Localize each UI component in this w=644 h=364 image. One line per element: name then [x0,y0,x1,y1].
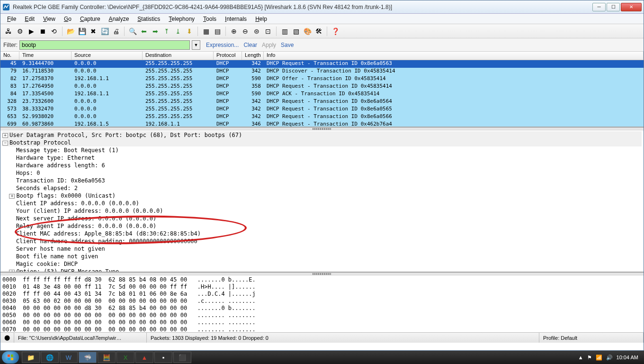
menu-go[interactable]: Go [60,15,75,23]
filter-input[interactable] [19,40,190,50]
expand-icon[interactable]: + [9,194,15,199]
close-file-icon[interactable]: ✖ [88,26,98,36]
column-length[interactable]: Length [242,52,264,60]
auto-scroll-icon[interactable]: ▤ [212,26,223,36]
detail-line[interactable]: Server host name not given [2,245,642,253]
coloring-rules-icon[interactable]: 🎨 [302,26,313,36]
detail-line[interactable]: +Bootp flags: 0x0000 (Unicast) [2,192,642,200]
open-icon[interactable]: 📂 [65,26,76,36]
expand-icon[interactable]: + [9,270,15,273]
collapse-icon[interactable]: − [2,141,8,146]
zoom-out-icon[interactable]: ⊖ [240,26,250,36]
tray-up-icon[interactable]: ▲ [578,355,583,360]
preferences-icon[interactable]: 🛠 [313,26,324,36]
column-proto[interactable]: Protocol [214,52,242,60]
filter-link-clear[interactable]: Clear [243,42,257,48]
packet-row[interactable]: 57338.33324700.0.0.0255.255.255.255DHCP3… [0,106,644,113]
packet-row[interactable]: 459.314447000.0.0.0255.255.255.255DHCP34… [0,60,644,68]
menu-telephony[interactable]: Telephony [165,15,198,23]
column-time[interactable]: Time [19,52,72,60]
go-last-icon[interactable]: ⬇ [184,26,195,36]
menu-analyze[interactable]: Analyze [105,15,133,23]
go-forward-icon[interactable]: ➡ [150,26,161,36]
close-button[interactable]: ✕ [621,3,642,11]
tray-network-icon[interactable]: 📶 [596,355,602,361]
taskbar-app-wireshark[interactable]: 🦈 [79,352,97,363]
packet-details-pane[interactable]: +User Datagram Protocol, Src Port: bootp… [0,130,644,273]
taskbar-app-word[interactable]: W [60,352,78,363]
packet-bytes-pane[interactable]: 0000 ff ff ff ff ff ff d8 30 62 88 85 b4… [0,275,644,332]
menu-view[interactable]: View [39,15,59,23]
restart-capture-icon[interactable]: ⟲ [49,26,59,36]
status-indicator-icon[interactable]: ⬤ [0,333,14,343]
column-dest[interactable]: Destination [143,52,214,60]
detail-line[interactable]: Hardware type: Ethernet [2,154,642,162]
expand-icon[interactable]: + [2,133,8,138]
go-back-icon[interactable]: ⬅ [139,26,149,36]
menu-edit[interactable]: Edit [21,15,38,23]
packet-row[interactable]: 8317.27649500.0.0.0255.255.255.255DHCP35… [0,83,644,91]
filter-link-expression[interactable]: Expression... [206,42,239,48]
packet-row[interactable]: 7916.71185300.0.0.0255.255.255.255DHCP34… [0,68,644,75]
tray-clock[interactable]: 10:04 AM [617,355,638,360]
taskbar-app-pdf[interactable]: ▲ [135,352,153,363]
go-first-icon[interactable]: ⤓ [173,26,183,36]
tray-flag-icon[interactable]: ⚑ [587,355,592,361]
detail-line[interactable]: +User Datagram Protocol, Src Port: bootp… [2,131,642,139]
detail-line[interactable]: Relay agent IP address: 0.0.0.0 (0.0.0.0… [2,222,642,230]
detail-line[interactable]: Seconds elapsed: 2 [2,184,642,192]
detail-line[interactable]: +Option: (53) DHCP Message Type [2,268,642,273]
taskbar-app-chrome[interactable]: 🌐 [41,352,59,363]
maximize-button[interactable]: ☐ [607,3,620,11]
packet-row[interactable]: 8217.2758370192.168.1.1255.255.255.255DH… [0,75,644,83]
taskbar-app-calc[interactable]: 🧮 [98,352,116,363]
menu-file[interactable]: File [3,15,20,23]
detail-line[interactable]: Client hardware address padding: 0000000… [2,237,642,245]
detail-line[interactable]: −Bootstrap Protocol [2,139,642,146]
packet-list-pane[interactable]: No. Time Source Destination Protocol Len… [0,52,644,127]
packet-row[interactable]: 32823.73326000.0.0.0255.255.255.255DHCP3… [0,98,644,106]
menu-statistics[interactable]: Statistics [134,15,164,23]
taskbar-app-explorer[interactable]: 📁 [22,352,40,363]
system-tray[interactable]: ▲ ⚑ 📶 🔊 10:04 AM [578,355,642,361]
print-icon[interactable]: 🖨 [111,26,121,36]
detail-line[interactable]: Your (client) IP address: 0.0.0.0 (0.0.0… [2,207,642,215]
packet-row[interactable]: 8417.3354500192.168.1.1255.255.255.255DH… [0,91,644,98]
menu-tools[interactable]: Tools [199,15,220,23]
packet-row[interactable]: 65352.99380200.0.0.0255.255.255.255DHCP3… [0,113,644,121]
column-no[interactable]: No. [0,52,19,60]
detail-line[interactable]: Message type: Boot Request (1) [2,146,642,154]
options-icon[interactable]: ⚙ [15,26,25,36]
zoom-in-icon[interactable]: ⊕ [229,26,239,36]
resize-columns-icon[interactable]: ⊡ [263,26,273,36]
detail-line[interactable]: Magic cookie: DHCP [2,260,642,268]
column-info[interactable]: Info [264,52,644,60]
colorize-icon[interactable]: ▦ [201,26,211,36]
start-capture-icon[interactable]: ▶ [26,26,36,36]
menu-internals[interactable]: Internals [221,15,250,23]
menu-help[interactable]: Help [251,15,271,23]
filter-link-save[interactable]: Save [281,42,294,48]
minimize-button[interactable]: ─ [592,3,606,11]
taskbar-app-cmd[interactable]: ⬛ [173,352,191,363]
find-icon[interactable]: 🔍 [127,26,138,36]
detail-line[interactable]: Hardware address length: 6 [2,162,642,169]
column-source[interactable]: Source [72,52,143,60]
interfaces-icon[interactable]: 🖧 [3,26,14,36]
detail-line[interactable]: Next server IP address: 0.0.0.0 (0.0.0.0… [2,215,642,222]
detail-line[interactable]: Hops: 0 [2,169,642,177]
stop-capture-icon[interactable]: ⏹ [37,26,48,36]
filter-link-apply[interactable]: Apply [262,42,276,48]
go-to-packet-icon[interactable]: ⤒ [161,26,172,36]
detail-line[interactable]: Boot file name not given [2,253,642,260]
save-icon[interactable]: 💾 [77,26,87,36]
capture-filters-icon[interactable]: ▥ [279,26,290,36]
menu-capture[interactable]: Capture [76,15,104,23]
start-button[interactable] [2,351,19,364]
taskbar[interactable]: 📁 🌐 W 🦈 🧮 X ▲ ▪ ⬛ ▲ ⚑ 📶 🔊 10:04 AM [0,351,644,364]
help-icon[interactable]: ❓ [330,26,340,36]
zoom-reset-icon[interactable]: ⊜ [251,26,262,36]
packet-row[interactable]: 69960.9873860192.168.1.5192.168.1.1DHCP3… [0,121,644,127]
detail-line[interactable]: Client IP address: 0.0.0.0 (0.0.0.0) [2,200,642,207]
tray-volume-icon[interactable]: 🔊 [606,355,613,361]
